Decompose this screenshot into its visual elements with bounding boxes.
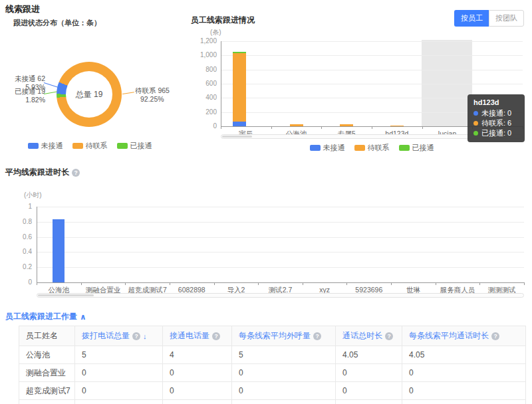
bar-yuchen[interactable] bbox=[233, 41, 246, 126]
tab-by-team[interactable]: 按团队 bbox=[489, 10, 524, 27]
legend-item-weijietong[interactable]: 未接通 bbox=[310, 143, 345, 153]
col-connected-calls[interactable]: 接通电话量 ? bbox=[163, 326, 232, 346]
col-total-call-duration[interactable]: 通话总时长 ? bbox=[336, 326, 402, 346]
bar-hd123d[interactable] bbox=[390, 41, 404, 126]
col-avg-call-duration-per-lead[interactable]: 每条线索平均通话时长 ? bbox=[402, 326, 526, 346]
legend-label: 待联系 bbox=[86, 141, 108, 151]
donut-label-yijietong: 已接通 19 1.82% bbox=[7, 87, 45, 104]
collapse-icon: ∧ bbox=[80, 312, 86, 322]
bar-segment-dailianxi[interactable] bbox=[233, 53, 246, 122]
cell-value: 0 bbox=[402, 400, 526, 404]
ytick: 0.8 bbox=[23, 217, 32, 227]
leader-line-blue bbox=[44, 82, 58, 88]
duration-chart-scroll-thumb[interactable] bbox=[38, 294, 94, 296]
cell-employee-name: 6082898 bbox=[19, 400, 75, 404]
cell-value: 0 bbox=[336, 364, 402, 382]
help-icon[interactable]: ? bbox=[313, 332, 321, 340]
leader-line-orange bbox=[122, 92, 134, 94]
tooltip-text: 待联系: 6 bbox=[481, 118, 511, 128]
cell-employee-name: 超竞成测试7 bbox=[19, 382, 75, 400]
bar-segment-duration[interactable] bbox=[53, 219, 65, 282]
tooltip-title: hd123d bbox=[473, 98, 519, 106]
table-row: 6082898 0 0 0 0 0 bbox=[19, 400, 526, 404]
col-employee-name: 员工姓名 bbox=[19, 326, 75, 346]
table-row: 超竞成测试7 0 0 0 0 0 bbox=[19, 382, 526, 400]
column-label: 接通电话量 bbox=[170, 330, 209, 342]
ytick: 0 bbox=[28, 278, 32, 287]
duration-chart-scrollbar[interactable] bbox=[37, 293, 524, 298]
cell-value: 0 bbox=[163, 382, 232, 400]
column-label: 每条线索平均通话时长 bbox=[409, 330, 489, 342]
legend-item-yijietong[interactable]: 已接通 bbox=[399, 143, 434, 153]
cell-value: 0 bbox=[75, 364, 163, 382]
donut-legend: 未接通 待联系 已接通 bbox=[17, 141, 163, 151]
tooltip-dot-green bbox=[473, 131, 478, 136]
tooltip-dot-blue bbox=[473, 111, 478, 116]
page-title: 线索跟进 bbox=[5, 3, 40, 15]
leader-line-green bbox=[44, 92, 57, 94]
ytick: 800 bbox=[205, 65, 217, 74]
duration-chart-title: 平均线索跟进时长 ? bbox=[5, 167, 80, 178]
chart-tooltip: hd123d 未接通: 0 待联系: 6 已接通: 0 bbox=[467, 94, 525, 142]
help-icon[interactable]: ? bbox=[385, 332, 393, 340]
employee-chart-scroll-thumb[interactable] bbox=[222, 136, 252, 138]
tooltip-dot-orange bbox=[473, 121, 478, 126]
ytick: 1,200 bbox=[200, 37, 217, 46]
ytick: 400 bbox=[205, 93, 217, 102]
duration-chart-xticks bbox=[37, 282, 525, 285]
employee-chart-legend: 未接通 待联系 已接通 bbox=[221, 143, 523, 153]
cell-value: 0 bbox=[336, 382, 402, 400]
bar-segment-weijietong[interactable] bbox=[233, 122, 246, 126]
legend-label: 未接通 bbox=[323, 143, 345, 153]
legend-item-dailianxi[interactable]: 待联系 bbox=[354, 143, 390, 153]
cell-value: 0 bbox=[163, 364, 232, 382]
help-icon[interactable]: ? bbox=[72, 169, 80, 177]
cell-value: 4 bbox=[163, 346, 232, 364]
cell-value: 0 bbox=[232, 364, 336, 382]
column-label: 员工姓名 bbox=[26, 330, 58, 342]
legend-item-dailianxi[interactable]: 待联系 bbox=[72, 141, 108, 151]
ytick: 1 bbox=[28, 202, 32, 211]
legend-swatch-green bbox=[117, 143, 128, 149]
cell-value: 0 bbox=[232, 400, 336, 404]
donut-label-yijietong-text: 已接通 19 bbox=[7, 87, 45, 96]
col-total-calls[interactable]: 拨打电话总量 ? ↓ bbox=[75, 326, 163, 346]
help-icon[interactable]: ? bbox=[212, 332, 220, 340]
donut-label-dailianxi: 待联系 965 92.25% bbox=[135, 86, 183, 104]
tooltip-text: 未接通: 0 bbox=[481, 108, 511, 118]
table-row: 测融合置业 0 0 0 0 0 bbox=[19, 364, 526, 382]
tab-by-employee[interactable]: 按员工 bbox=[454, 10, 489, 27]
legend-label: 未接通 bbox=[41, 141, 63, 151]
employee-chart-unit: (条) bbox=[210, 28, 221, 37]
ytick: 0.6 bbox=[23, 233, 32, 242]
legend-swatch-blue bbox=[28, 143, 39, 149]
tooltip-text: 已接通: 0 bbox=[481, 128, 511, 138]
legend-item-yijietong[interactable]: 已接通 bbox=[117, 141, 152, 151]
cell-value: 0 bbox=[402, 382, 526, 400]
ytick: 1,000 bbox=[200, 50, 217, 60]
duration-chart-title-text: 平均线索跟进时长 bbox=[5, 167, 69, 178]
ytick: 0.2 bbox=[23, 262, 32, 272]
cell-value: 0 bbox=[336, 400, 402, 404]
col-avg-outbound-per-lead[interactable]: 每条线索平均外呼量 ? bbox=[232, 326, 336, 346]
sort-desc-icon[interactable]: ↓ bbox=[143, 332, 147, 340]
help-icon[interactable]: ? bbox=[491, 332, 499, 340]
column-label: 通话总时长 bbox=[342, 330, 382, 342]
workload-section-toggle[interactable]: 员工线索跟进工作量 ∧ bbox=[5, 311, 86, 322]
bar-gonghaichi[interactable] bbox=[290, 41, 303, 126]
legend-label: 已接通 bbox=[412, 143, 434, 153]
legend-label: 待联系 bbox=[368, 143, 390, 153]
donut-label-yijietong-pct: 1.82% bbox=[7, 96, 45, 104]
bar-duration-gonghaichi[interactable] bbox=[53, 207, 65, 282]
legend-item-weijietong[interactable]: 未接通 bbox=[28, 141, 63, 151]
ytick: 600 bbox=[205, 79, 217, 88]
donut-center-label: 总量 19 bbox=[76, 89, 103, 100]
help-icon[interactable]: ? bbox=[132, 332, 140, 340]
duration-chart-yaxis: 1 0.8 0.6 0.4 0.2 0 bbox=[5, 202, 32, 287]
donut-chart-title: 跟进状态分布（单位：条） bbox=[13, 18, 101, 28]
legend-swatch-orange bbox=[72, 143, 83, 149]
legend-swatch-green bbox=[399, 145, 410, 151]
employee-chart-yaxis-line bbox=[221, 41, 221, 126]
cell-value: 0 bbox=[75, 400, 163, 404]
bar-zhuanshu5[interactable] bbox=[340, 41, 353, 126]
